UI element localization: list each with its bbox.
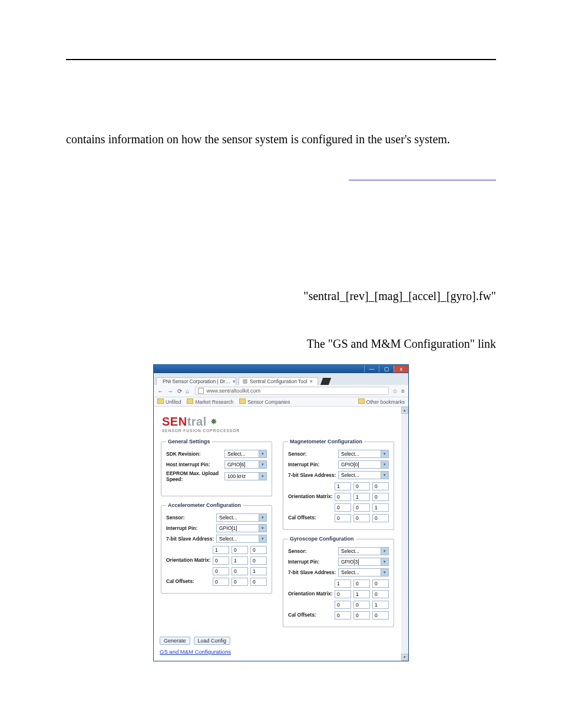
matrix-cell[interactable]: 1 <box>372 601 389 609</box>
matrix-cell[interactable]: 1 <box>353 493 370 501</box>
matrix-cell[interactable]: 0 <box>353 482 370 490</box>
panel-accelerometer: Accelerometer Configuration Sensor: Sele… <box>161 502 272 594</box>
matrix-cell[interactable]: 0 <box>250 546 267 554</box>
select-accel-slave[interactable]: Select...▾ <box>216 535 267 543</box>
select-gyro-interrupt[interactable]: GPIO[3]▾ <box>338 558 389 566</box>
offset-cell[interactable]: 0 <box>372 611 389 620</box>
menu-icon[interactable]: ≡ <box>401 388 405 394</box>
url-bar[interactable]: www.sentraltoolkit.com <box>195 387 389 395</box>
label-sensor: Sensor: <box>166 515 216 521</box>
home-icon[interactable]: ⌂ <box>186 388 189 394</box>
chevron-down-icon: ▾ <box>381 558 388 565</box>
offset-cell[interactable]: 0 <box>353 514 370 522</box>
close-button[interactable]: x <box>394 365 408 373</box>
matrix-cell[interactable]: 0 <box>372 590 389 598</box>
gyro-cal-offsets: 0 0 0 <box>335 611 389 620</box>
offset-cell[interactable]: 0 <box>213 578 229 586</box>
minimize-button[interactable]: — <box>364 365 379 373</box>
matrix-cell[interactable]: 1 <box>372 503 389 512</box>
header-rule <box>66 59 496 60</box>
bookmark-sensor-companies[interactable]: Sensor Companies <box>239 398 290 405</box>
select-host-interrupt[interactable]: GPIO[6]▾ <box>224 460 267 469</box>
bookmark-star-icon[interactable]: ☆ <box>392 388 398 394</box>
bookmark-unfiled[interactable]: Unfiled <box>157 398 181 405</box>
chevron-down-icon: ▾ <box>259 535 266 542</box>
select-gyro-slave[interactable]: Select...▾ <box>338 568 389 577</box>
mag-matrix-row-0: 1 0 0 <box>335 482 389 490</box>
matrix-cell[interactable]: 0 <box>335 601 351 609</box>
matrix-cell[interactable]: 1 <box>335 579 351 588</box>
offset-cell[interactable]: 0 <box>232 578 248 586</box>
chevron-down-icon: ▾ <box>381 472 388 479</box>
panel-legend: General Settings <box>166 439 212 444</box>
label-orientation-matrix: Orientation Matrix: <box>166 557 213 563</box>
label-orientation-matrix: Orientation Matrix: <box>288 493 335 499</box>
select-eeprom-speed[interactable]: 100 kHz▾ <box>224 472 267 480</box>
panel-legend: Gyroscope Configuration <box>288 536 356 542</box>
offset-cell[interactable]: 0 <box>335 611 351 620</box>
label-slave-address: 7-bit Slave Address: <box>288 569 338 575</box>
generate-button[interactable]: Generate <box>160 637 190 645</box>
matrix-cell[interactable]: 1 <box>250 567 267 575</box>
tab-sentral[interactable]: Sentral Configuration Tool × <box>239 377 318 385</box>
select-accel-interrupt[interactable]: GPIO[1]▾ <box>216 524 267 532</box>
matrix-cell[interactable]: 0 <box>250 556 267 565</box>
maximize-button[interactable]: ▢ <box>379 365 394 373</box>
bookmark-other[interactable]: Other bookmarks <box>358 398 405 405</box>
forward-icon[interactable]: → <box>167 388 173 394</box>
offset-cell[interactable]: 0 <box>250 578 267 586</box>
matrix-cell[interactable]: 1 <box>232 556 248 565</box>
reload-icon[interactable]: ⟳ <box>177 388 182 394</box>
matrix-cell[interactable]: 0 <box>353 601 370 609</box>
matrix-cell[interactable]: 0 <box>372 482 389 490</box>
label-interrupt-pin: Interrupt Pin: <box>166 525 216 531</box>
matrix-cell[interactable]: 0 <box>335 503 351 512</box>
gs-mm-config-link[interactable]: GS and M&M Configurations <box>160 648 231 655</box>
folder-icon <box>187 398 193 404</box>
bookmark-market-research[interactable]: Market Research <box>187 398 233 405</box>
load-config-button[interactable]: Load Config <box>194 637 231 645</box>
new-tab-button[interactable] <box>320 378 330 385</box>
matrix-cell[interactable]: 1 <box>335 482 351 490</box>
offset-cell[interactable]: 0 <box>353 611 370 620</box>
matrix-cell[interactable]: 0 <box>353 503 370 512</box>
label-sensor: Sensor: <box>288 548 338 554</box>
tab-pni[interactable]: PNI Sensor Corporation | Dr… × <box>156 377 236 385</box>
matrix-cell[interactable]: 0 <box>213 567 229 575</box>
scroll-down-button[interactable]: ▾ <box>401 654 408 661</box>
tab-close-icon[interactable]: × <box>233 378 236 384</box>
matrix-cell[interactable]: 0 <box>232 546 248 554</box>
body-link-line <box>66 170 496 187</box>
back-icon[interactable]: ← <box>157 388 163 394</box>
label-sensor: Sensor: <box>288 451 338 457</box>
matrix-cell[interactable]: 0 <box>353 579 370 588</box>
matrix-cell[interactable]: 0 <box>213 556 229 565</box>
action-buttons: Generate Load Config <box>160 637 395 645</box>
label-interrupt-pin: Interrupt Pin: <box>288 559 338 565</box>
select-mag-interrupt[interactable]: GPIO[0]▾ <box>338 460 389 469</box>
matrix-cell[interactable]: 0 <box>232 567 248 575</box>
offset-cell[interactable]: 0 <box>372 514 389 522</box>
select-mag-sensor[interactable]: Select...▾ <box>338 450 389 458</box>
scroll-up-button[interactable]: ▴ <box>401 407 408 414</box>
logo-glyph-icon: ✸ <box>210 417 217 426</box>
label-eeprom-speed: EEPROM Max. Upload Speed: <box>166 470 224 482</box>
matrix-cell[interactable]: 1 <box>353 590 370 598</box>
select-mag-slave[interactable]: Select...▾ <box>338 471 389 479</box>
body-paragraph-2: "sentral_[rev]_[mag]_[accel]_[gyro].fw" <box>66 288 496 305</box>
select-gyro-sensor[interactable]: Select...▾ <box>338 547 389 555</box>
browser-toolbar: ← → ⟳ ⌂ www.sentraltoolkit.com ☆ ≡ <box>154 385 408 397</box>
page-icon <box>198 388 204 394</box>
tab-close-icon[interactable]: × <box>310 378 313 384</box>
matrix-cell[interactable]: 0 <box>335 590 351 598</box>
matrix-cell[interactable]: 0 <box>372 493 389 501</box>
select-sdk-revision[interactable]: Select...▾ <box>224 450 267 458</box>
offset-cell[interactable]: 0 <box>335 514 351 522</box>
gyro-matrix-row-2: 0 0 1 <box>335 601 389 609</box>
matrix-cell[interactable]: 0 <box>335 493 351 501</box>
matrix-cell[interactable]: 1 <box>213 546 229 554</box>
select-accel-sensor[interactable]: Select...▾ <box>216 513 267 522</box>
page-content: ▴ ▾ SENtral ✸ SENSOR FUSION COPROCESSOR … <box>154 407 408 661</box>
matrix-cell[interactable]: 0 <box>372 579 389 588</box>
panel-general-settings: General Settings SDK Revision: Select...… <box>161 439 272 496</box>
